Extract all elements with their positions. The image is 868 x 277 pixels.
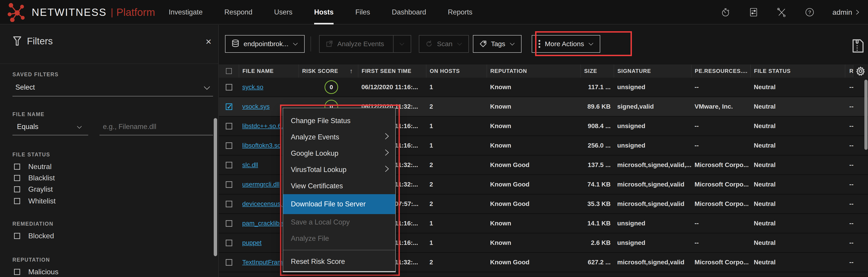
admin-menu[interactable]: admin: [833, 8, 860, 17]
tools-icon[interactable]: [776, 7, 787, 18]
checkbox-blocked[interactable]: Blocked: [14, 232, 54, 240]
database-icon: [231, 39, 240, 49]
chevron-down-icon: [76, 125, 82, 129]
row-checkbox[interactable]: [226, 259, 232, 266]
menu-item-reset-risk-score[interactable]: Reset Risk Score: [283, 253, 395, 270]
scan-button[interactable]: Scan: [419, 35, 469, 53]
col-pe-resources[interactable]: PE.RESOURCES....: [691, 64, 750, 78]
on-hosts-cell: 1: [426, 233, 487, 252]
menu-item-save-a-local-copy[interactable]: Save a Local Copy: [283, 214, 395, 230]
analyze-events-dropdown[interactable]: [393, 35, 405, 52]
row-checkbox[interactable]: [226, 201, 232, 207]
nav-item-users[interactable]: Users: [274, 0, 292, 25]
checkbox-malicious[interactable]: Malicious: [14, 268, 58, 276]
row-checkbox[interactable]: [226, 103, 232, 110]
endpoint-selector-label: endpointbrok...: [244, 40, 288, 48]
col-risk-score[interactable]: RISK SCORE↑: [299, 64, 358, 78]
col-reputation[interactable]: REPUTATION: [487, 64, 581, 78]
table-scrollbar[interactable]: [864, 80, 868, 150]
nav-item-dashboard[interactable]: Dashboard: [392, 0, 426, 25]
remediation-cell: --: [845, 194, 868, 213]
nav-item-files[interactable]: Files: [355, 0, 370, 25]
col-on-hosts[interactable]: ON HOSTS: [426, 64, 487, 78]
table-row[interactable]: syck.so 0 06/12/2020 11:16:... 1 Known 1…: [219, 78, 868, 97]
row-checkbox[interactable]: [226, 240, 232, 246]
checkbox-icon: [14, 233, 20, 239]
operator-underline: [12, 135, 88, 135]
row-checkbox[interactable]: [226, 123, 232, 129]
row-checkbox[interactable]: [226, 162, 232, 168]
checkbox-icon: [14, 175, 20, 181]
file-name-link[interactable]: puppet: [242, 239, 262, 246]
menu-item-view-certificates[interactable]: View Certificates: [283, 178, 395, 194]
analyze-events-button[interactable]: Analyze Events: [319, 35, 411, 53]
brand[interactable]: NETWITNESS | Platform: [7, 0, 155, 25]
row-checkbox[interactable]: [226, 181, 232, 188]
signature-cell: microsoft,signed,valid: [614, 253, 691, 272]
menu-item-virustotal-lookup[interactable]: VirusTotal Lookup: [283, 161, 395, 178]
filters-panel: Filters × SAVED FILTERS Select FILE NAME…: [0, 25, 218, 277]
export-icon[interactable]: [852, 39, 864, 53]
col-first-seen-time[interactable]: FIRST SEEN TIME: [358, 64, 426, 78]
file-name-link[interactable]: vsock.sys: [242, 103, 270, 110]
reputation-cell: Known Good: [487, 194, 581, 213]
row-checkbox[interactable]: [226, 84, 232, 91]
reputation-cell: Known: [487, 78, 581, 97]
file-name-operator[interactable]: Equals: [17, 123, 38, 131]
size-cell: 627.2 ...: [581, 253, 614, 272]
file-name-link[interactable]: libsoftokn3.so: [242, 142, 281, 149]
tags-button[interactable]: Tags: [473, 35, 522, 53]
col-signature[interactable]: SIGNATURE: [614, 64, 691, 78]
reputation-cell: Known: [487, 136, 581, 155]
jobs-icon[interactable]: [748, 7, 759, 18]
nav-item-respond[interactable]: Respond: [224, 0, 252, 25]
menu-item-google-lookup[interactable]: Google Lookup: [283, 145, 395, 161]
file-name-input[interactable]: e.g., Filename.dll: [103, 123, 156, 131]
file-name-link[interactable]: syck.so: [242, 84, 263, 91]
menu-item-change-file-status[interactable]: Change File Status: [283, 113, 395, 129]
nav-item-reports[interactable]: Reports: [448, 0, 472, 25]
nav-item-hosts[interactable]: Hosts: [314, 0, 334, 25]
filters-scrollbar[interactable]: [214, 118, 217, 256]
menu-item-analyze-file[interactable]: Analyze File: [283, 230, 395, 247]
nav-item-investigate[interactable]: Investigate: [169, 0, 203, 25]
file-name-link[interactable]: libstdc++.so.6.0: [242, 122, 286, 130]
col-file-name[interactable]: FILE NAME: [239, 64, 299, 78]
checkbox-blacklist[interactable]: Blacklist: [14, 174, 55, 182]
context-menu: Change File Status Analyze Events Google…: [283, 108, 396, 272]
netwitness-logo-icon: [7, 2, 28, 22]
size-cell: 137.5 ...: [581, 155, 614, 175]
submenu-chevron-icon: [384, 165, 390, 175]
endpoint-selector-button[interactable]: endpointbrok...: [225, 35, 305, 53]
menu-item-analyze-events[interactable]: Analyze Events: [283, 129, 395, 145]
menu-item-download-file-to-server[interactable]: Download File to Server: [283, 194, 395, 214]
file-status-cell: Neutral: [750, 194, 845, 213]
file-name-link[interactable]: usermgrcli.dll: [242, 181, 280, 188]
file-name-link[interactable]: slc.dll: [242, 161, 258, 168]
on-hosts-cell: 2: [426, 155, 487, 175]
filter-funnel-icon: [12, 36, 22, 47]
more-actions-button[interactable]: More Actions: [532, 35, 600, 53]
file-name-label: FILE NAME: [12, 111, 44, 118]
column-settings-gear-icon[interactable]: [853, 65, 868, 77]
pe-resources-cell: Microsoft Corpo...: [691, 194, 750, 213]
on-hosts-cell: 1: [426, 117, 487, 135]
vertical-dots-icon: [538, 39, 541, 49]
close-icon[interactable]: ×: [206, 37, 212, 47]
checkbox-neutral[interactable]: Neutral: [14, 162, 52, 171]
help-icon[interactable]: ?: [804, 7, 815, 18]
row-checkbox[interactable]: [226, 220, 232, 227]
on-hosts-cell: 1: [426, 78, 487, 97]
col-size[interactable]: SIZE: [581, 64, 614, 78]
checkbox-graylist[interactable]: Graylist: [14, 185, 53, 193]
checkbox-icon: [14, 186, 20, 192]
remediation-cell: --: [845, 233, 868, 252]
col-file-status[interactable]: FILE STATUS: [750, 64, 845, 78]
stopwatch-icon[interactable]: [720, 7, 731, 18]
checkbox-whitelist[interactable]: Whitelist: [14, 197, 56, 205]
row-checkbox[interactable]: [226, 142, 232, 149]
file-name-link[interactable]: pam_cracklib.so: [242, 220, 288, 227]
signature-cell: unsigned: [614, 78, 691, 97]
saved-filters-select[interactable]: Select: [16, 83, 35, 91]
select-all-header[interactable]: [219, 64, 239, 78]
